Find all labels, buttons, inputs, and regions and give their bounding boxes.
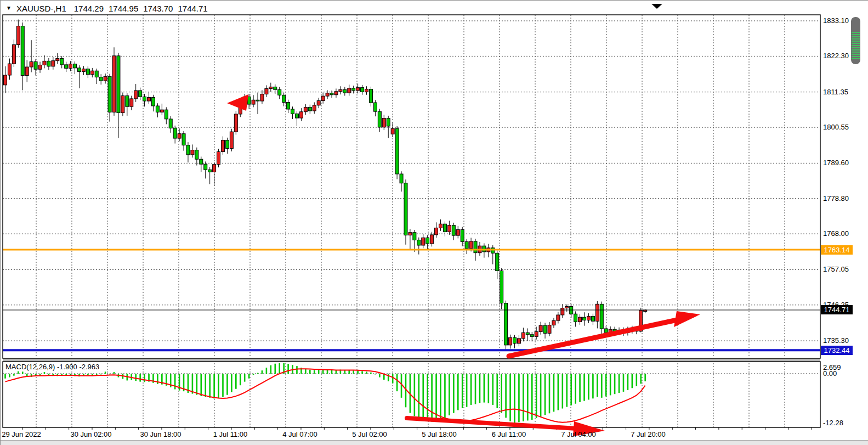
open-value: 1744.29 [74,4,104,13]
candle-body [365,89,368,92]
candle-body [530,335,534,337]
candle-body [426,238,429,244]
time-axis-label: 7 Jul 20:00 [618,430,678,438]
candle-body [443,224,446,232]
candle-body [52,61,55,66]
time-axis-label: 29 Jun 2022 [0,430,52,438]
candle-body [557,315,560,320]
candle-body [208,170,212,172]
candle-body [65,65,68,69]
candle-body [230,132,233,148]
candle-body [265,88,268,94]
candle-body [282,95,286,102]
price-axis-tick: 1778.80 [823,194,849,203]
candle-body [4,75,7,85]
candle-body [200,159,203,164]
candle-body [38,65,42,69]
symbol-period-label: XAUUSD-,H1 [16,4,66,13]
price-axis-highlight-label: 1732.44 [821,346,853,355]
candle-body [417,240,421,245]
candle-body [456,229,459,235]
panel-divider[interactable] [3,358,820,362]
candle-body [352,88,355,91]
chart-title-bar: ▼ XAUUSD-,H1 1744.29 1744.95 1743.70 174… [6,3,213,14]
candle-body [73,64,77,68]
candle-body [217,151,220,164]
time-axis-label: 1 Jul 11:00 [200,430,260,438]
candle-body [321,96,325,100]
candle-body [591,316,594,321]
candle-body [526,333,529,335]
candle-body [213,165,216,172]
time-axis-label: 6 Jul 11:00 [479,430,539,438]
candle-body [474,241,477,253]
price-axis-tick: 1800.55 [823,123,849,132]
candle-body [304,107,307,111]
macd-axis-tick: 0.00 [823,369,837,378]
candle-body [43,61,46,65]
price-axis-tick: 1789.60 [823,159,849,167]
candle-body [169,119,172,128]
candle-body [178,134,181,138]
candle-body [387,119,390,126]
time-axis-label: 30 Jun 18:00 [131,430,191,438]
candle-body [186,145,190,155]
candle-body [191,150,194,154]
candle-body [295,114,298,118]
close-value: 1744.71 [178,4,207,13]
candle-body [160,110,163,112]
candle-body [400,174,403,183]
candle-body [552,320,555,325]
macd-axis-tick: -12.28 [823,419,843,427]
candle-body [90,71,94,75]
candle-body [391,128,394,134]
collapse-ohlc-icon[interactable]: ▼ [6,5,12,11]
price-axis-highlight-label: 1763.14 [821,245,853,255]
candle-body [308,107,311,111]
candle-body [548,325,551,333]
candle-body [151,98,155,106]
candle-body [77,68,81,72]
candle-body [409,233,412,235]
chart-window: ▼ XAUUSD-,H1 1744.29 1744.95 1743.70 174… [0,0,868,445]
candle-body [404,183,407,235]
candle-body [595,304,599,321]
candle-body [447,226,451,232]
candle-body [8,64,11,75]
candle-body [604,329,608,333]
macd-indicator-label: MACD(12,26,9) -1.900 -2.963 [5,363,99,371]
candle-body [561,308,564,315]
candle-body [30,62,33,67]
candle-body [299,112,303,118]
candle-body [483,246,486,252]
candle-body [274,87,277,89]
high-value: 1744.95 [109,4,138,13]
price-axis-tick: 1768.00 [823,229,849,238]
candle-body [343,89,347,93]
candle-body [413,233,416,240]
candle-body [60,59,64,65]
chart-canvas[interactable] [1,1,868,445]
candle-body [356,88,360,91]
candle-body [583,317,586,320]
candle-body [504,303,508,345]
low-value: 1743.70 [143,4,173,13]
candle-body [173,128,177,138]
candle-body [539,325,542,331]
candle-body [521,333,525,339]
candle-body [260,94,264,102]
candle-body [16,26,20,45]
candle-body [121,96,124,113]
price-axis-tick: 1735.30 [823,336,849,345]
candle-body [139,91,142,97]
candle-body [430,235,434,244]
last-bar-marker-icon [651,4,662,9]
candle-body [496,253,499,271]
vertical-scrollbar[interactable] [851,17,860,64]
candle-body [130,99,133,106]
candle-body [82,69,85,72]
chart-background [1,1,868,445]
candle-body [117,56,120,113]
time-axis-label: 4 Jul 07:00 [270,430,330,438]
candle-body [225,140,229,149]
